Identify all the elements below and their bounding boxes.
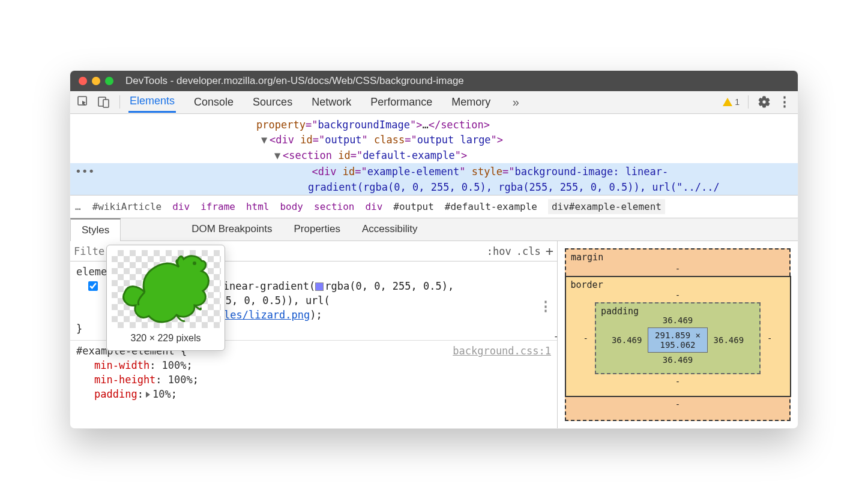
border-right[interactable]: - [767, 333, 773, 343]
kebab-menu-icon[interactable]: ⋮ [777, 95, 792, 109]
sidebar-tabs: Styles DOM Breakpoints Properties Access… [70, 218, 798, 241]
source-link[interactable]: background.css:1 [453, 344, 551, 359]
content-size[interactable]: 291.859 × 195.062 [648, 327, 707, 353]
warning-icon [723, 98, 732, 106]
property-toggle[interactable] [88, 281, 98, 291]
dom-tree[interactable]: property="backgroundImage">…</section> ▼… [70, 114, 798, 196]
breadcrumb-item[interactable]: div [172, 201, 190, 212]
breadcrumb-item[interactable]: body [280, 201, 303, 212]
ellipsis-icon[interactable]: ••• [70, 165, 100, 178]
margin-bottom[interactable]: - [584, 399, 771, 409]
traffic-lights [79, 77, 113, 85]
svg-rect-2 [103, 100, 109, 107]
padding-right[interactable]: 36.469 [714, 335, 744, 345]
border-left[interactable]: - [583, 333, 589, 343]
subtab-properties[interactable]: Properties [283, 218, 351, 241]
property-name[interactable]: padding [94, 388, 137, 400]
property-value[interactable]: 100% [162, 359, 187, 371]
breadcrumb-item[interactable]: html [246, 201, 270, 212]
gear-icon[interactable] [757, 95, 771, 109]
padding-left[interactable]: 36.469 [612, 335, 642, 345]
image-dimensions: 320 × 229 pixels [112, 332, 220, 345]
dom-row[interactable]: ▼<section id="default-example"> [70, 148, 798, 164]
warnings-badge[interactable]: 1 [723, 97, 740, 107]
breadcrumb-item[interactable]: div [365, 201, 382, 212]
svg-point-3 [193, 261, 196, 265]
expand-icon[interactable] [146, 392, 150, 398]
border-bottom[interactable]: - [583, 377, 773, 386]
border-label: border [571, 279, 603, 290]
panel-tabs: Elements Console Sources Network Perform… [128, 91, 717, 113]
tab-network[interactable]: Network [310, 92, 352, 112]
more-tabs-icon[interactable]: » [508, 95, 523, 109]
dom-row[interactable]: property="backgroundImage">…</section> [70, 118, 798, 133]
tab-console[interactable]: Console [193, 92, 235, 112]
property-name[interactable]: min-height [94, 374, 155, 386]
padding-bottom[interactable]: 36.469 [612, 355, 744, 365]
titlebar: DevTools - developer.mozilla.org/en-US/d… [70, 71, 798, 91]
padding-label: padding [601, 306, 639, 317]
margin-label: margin [571, 252, 603, 263]
tab-memory[interactable]: Memory [450, 92, 492, 112]
property-value[interactable]: 10% [152, 388, 171, 400]
warning-count: 1 [735, 97, 740, 107]
style-rules: 320 × 229 pixels element.style { backgro… [70, 261, 557, 405]
border-top[interactable]: - [583, 290, 773, 300]
margin-left[interactable]: - [553, 332, 558, 341]
window-title: DevTools - developer.mozilla.org/en-US/d… [125, 75, 464, 87]
breadcrumb-overflow[interactable]: … [75, 201, 82, 212]
breadcrumb-item[interactable]: #output [393, 201, 433, 212]
image-preview-tooltip: 320 × 229 pixels [106, 245, 225, 350]
dom-row-selected[interactable]: •••<div id="example-element" style="back… [70, 163, 798, 180]
breadcrumb-item-selected[interactable]: div#example-element [548, 199, 665, 214]
subtab-dom-breakpoints[interactable]: DOM Breakpoints [181, 218, 283, 241]
toolbar-separator [748, 95, 749, 109]
hover-toggle[interactable]: :hov [487, 245, 511, 257]
devtools-window: DevTools - developer.mozilla.org/en-US/d… [70, 70, 798, 429]
color-swatch[interactable] [315, 282, 324, 291]
breadcrumb-item[interactable]: #wikiArticle [92, 201, 162, 212]
close-window-button[interactable] [79, 77, 87, 85]
rule-menu-icon[interactable]: ⋮ [539, 297, 552, 316]
toolbar-separator [119, 95, 120, 109]
padding-top[interactable]: 36.469 [612, 315, 744, 325]
dom-row[interactable]: ▼<div id="output" class="output large"> [70, 133, 798, 148]
breadcrumb: … #wikiArticle div iframe html body sect… [70, 195, 798, 218]
tab-elements[interactable]: Elements [128, 91, 176, 113]
class-toggle[interactable]: .cls [516, 245, 541, 257]
margin-top[interactable]: - [584, 264, 771, 273]
lizard-image [112, 250, 221, 328]
main-split: :hov .cls + [70, 241, 798, 428]
device-mode-icon[interactable] [97, 95, 111, 109]
property-name[interactable]: min-width [94, 359, 149, 371]
styles-panel: :hov .cls + [70, 241, 558, 428]
breadcrumb-item[interactable]: iframe [200, 201, 235, 212]
subtab-accessibility[interactable]: Accessibility [351, 218, 429, 241]
minimize-window-button[interactable] [92, 77, 100, 85]
toolbar: Elements Console Sources Network Perform… [70, 91, 798, 114]
property-value[interactable]: 100% [168, 374, 193, 386]
breadcrumb-item[interactable]: section [314, 201, 354, 212]
tab-sources[interactable]: Sources [252, 92, 294, 112]
maximize-window-button[interactable] [105, 77, 113, 85]
breadcrumb-item[interactable]: #default-example [445, 201, 537, 212]
subtab-styles[interactable]: Styles [70, 218, 121, 241]
image-preview [112, 250, 221, 328]
tab-performance[interactable]: Performance [369, 92, 433, 112]
box-model-panel: margin - - border - - padding 36.469 [558, 241, 798, 428]
inspect-element-icon[interactable] [76, 95, 91, 109]
box-model[interactable]: margin - - border - - padding 36.469 [565, 248, 791, 421]
new-rule-button[interactable]: + [546, 244, 553, 258]
margin-right[interactable]: - [797, 332, 798, 341]
dom-row-selected[interactable]: gradient(rgba(0, 0, 255, 0.5), rgba(255,… [70, 180, 798, 196]
